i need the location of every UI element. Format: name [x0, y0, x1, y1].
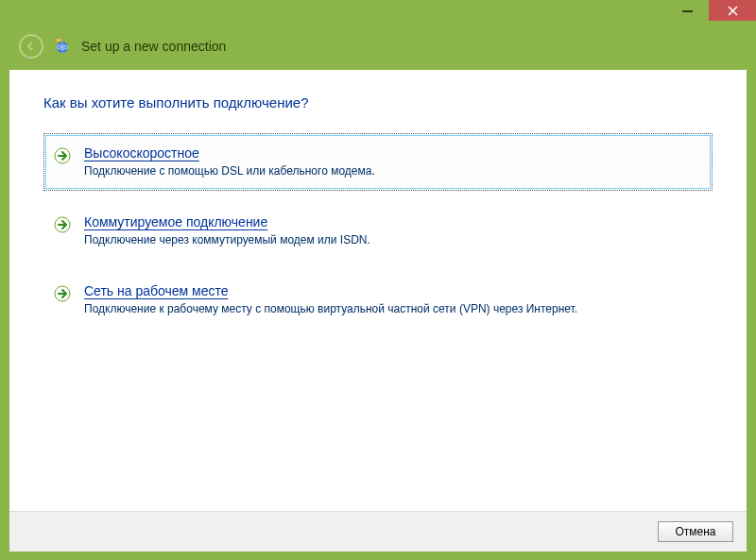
option-workplace[interactable]: Сеть на рабочем месте Подключение к рабо…	[43, 271, 713, 329]
wizard-header: Set up a new connection	[0, 28, 756, 70]
minimize-button[interactable]	[665, 0, 709, 21]
titlebar	[0, 0, 756, 28]
option-broadband[interactable]: Высокоскоростное Подключение с помощью D…	[43, 133, 713, 191]
cancel-button[interactable]: Отмена	[658, 521, 733, 542]
option-text: Сеть на рабочем месте Подключение к рабо…	[84, 283, 700, 316]
close-button[interactable]	[709, 0, 756, 21]
option-desc: Подключение через коммутируемый модем ил…	[84, 233, 370, 246]
svg-rect-5	[56, 39, 61, 42]
svg-rect-0	[682, 10, 693, 12]
go-arrow-icon	[54, 147, 71, 164]
go-arrow-icon	[54, 285, 71, 302]
question-heading: Как вы хотите выполнить подключение?	[43, 94, 713, 110]
back-arrow-icon	[26, 41, 37, 52]
close-icon	[728, 6, 738, 16]
go-arrow-icon	[54, 216, 71, 233]
option-desc: Подключение с помощью DSL или кабельного…	[84, 164, 375, 178]
option-title: Высокоскоростное	[84, 145, 700, 161]
back-button[interactable]	[19, 34, 43, 59]
option-title: Сеть на рабочем месте	[84, 283, 700, 298]
minimize-icon	[682, 6, 693, 16]
option-dialup[interactable]: Коммутируемое подключение Подключение че…	[43, 202, 713, 260]
content-panel: Как вы хотите выполнить подключение? Выс…	[9, 70, 747, 552]
wizard-icon	[53, 37, 72, 56]
wizard-title: Set up a new connection	[81, 39, 226, 54]
wizard-footer: Отмена	[9, 511, 747, 552]
content-body: Как вы хотите выполнить подключение? Выс…	[9, 70, 747, 511]
option-text: Высокоскоростное Подключение с помощью D…	[84, 145, 700, 178]
option-desc: Подключение к рабочему месту с помощью в…	[84, 302, 577, 315]
option-title: Коммутируемое подключение	[84, 214, 700, 229]
option-text: Коммутируемое подключение Подключение че…	[84, 214, 700, 247]
